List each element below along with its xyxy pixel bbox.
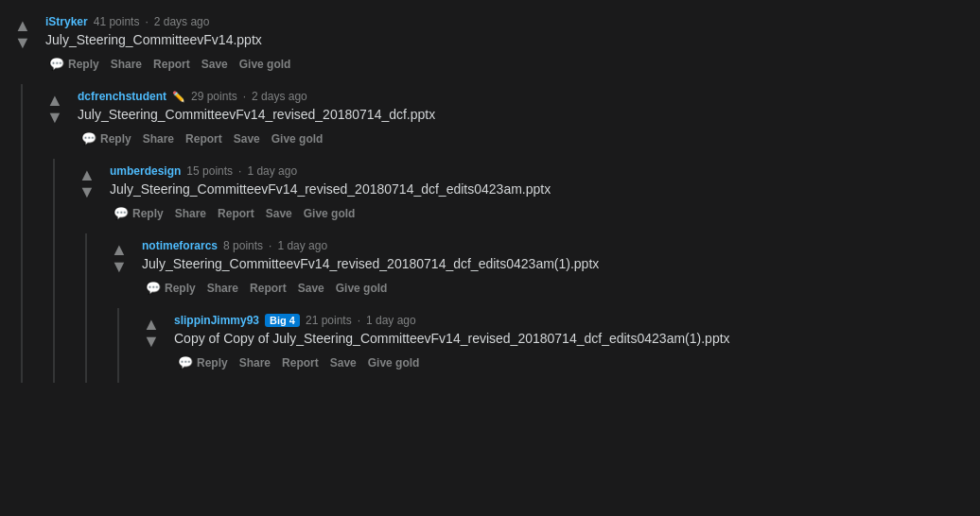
report-button[interactable]: Report <box>278 353 323 373</box>
downvote-button[interactable]: ▼ <box>14 34 31 51</box>
points: 41 points <box>94 15 140 28</box>
vote-column: ▲▼ <box>8 15 38 75</box>
comment-content: iStryker41 points·2 days agoJuly_Steerin… <box>38 15 980 75</box>
upvote-button[interactable]: ▲ <box>46 92 63 109</box>
share-button[interactable]: Share <box>171 203 210 224</box>
username[interactable]: umberdesign <box>110 164 181 178</box>
action-label: Reply <box>68 58 99 71</box>
action-label: Share <box>175 207 206 220</box>
action-label: Save <box>298 282 324 295</box>
action-label: Save <box>234 132 260 146</box>
comment-body: Copy of Copy of July_Steering_Committeev… <box>174 331 980 346</box>
separator: · <box>358 314 360 327</box>
comment-body: July_Steering_CommitteevFv14_revised_201… <box>110 181 980 197</box>
time-ago: 1 day ago <box>247 164 297 178</box>
time-ago: 2 days ago <box>252 90 307 103</box>
reply-button[interactable]: 💬Reply <box>142 277 200 299</box>
time-ago: 2 days ago <box>154 15 210 28</box>
comment: ▲▼slippinJimmy93Big 421 points·1 day ago… <box>136 308 980 379</box>
share-button[interactable]: Share <box>107 54 146 75</box>
indent-line <box>21 84 23 159</box>
reply-icon: 💬 <box>146 281 161 295</box>
indent-line <box>53 308 55 383</box>
comment-body: July_Steering_CommitteevFv14.pptx <box>45 32 980 47</box>
comment-body: July_Steering_CommitteevFv14_revised_201… <box>78 107 980 122</box>
comment-meta: iStryker41 points·2 days ago <box>45 15 980 28</box>
reply-button[interactable]: 💬Reply <box>110 202 167 224</box>
upvote-button[interactable]: ▲ <box>79 166 96 183</box>
action-label: Reply <box>100 132 131 146</box>
comment-actions: 💬ReplyShareReportSaveGive gold <box>78 128 980 149</box>
share-button[interactable]: Share <box>203 278 242 299</box>
comment-content: dcfrenchstudent✏️29 points·2 days agoJul… <box>70 90 980 149</box>
upvote-button[interactable]: ▲ <box>143 316 160 333</box>
comment-actions: 💬ReplyShareReportSaveGive gold <box>110 202 980 224</box>
give-gold-button[interactable]: Give gold <box>332 278 392 299</box>
pencil-icon: ✏️ <box>172 91 185 103</box>
points: 29 points <box>191 90 237 103</box>
give-gold-button[interactable]: Give gold <box>364 353 424 373</box>
vote-column: ▲▼ <box>40 90 70 149</box>
action-label: Share <box>143 132 174 146</box>
points: 15 points <box>186 164 233 178</box>
comment-meta: umberdesign15 points·1 day ago <box>110 164 980 178</box>
save-button[interactable]: Save <box>294 278 328 299</box>
indent-line <box>85 308 87 383</box>
reply-icon: 💬 <box>49 57 64 71</box>
comment-content: notimeforarcs8 points·1 day agoJuly_Stee… <box>134 239 980 299</box>
give-gold-button[interactable]: Give gold <box>268 129 327 149</box>
reply-button[interactable]: 💬Reply <box>174 352 232 373</box>
username[interactable]: dcfrenchstudent <box>78 90 166 103</box>
username[interactable]: slippinJimmy93 <box>174 314 259 327</box>
upvote-button[interactable]: ▲ <box>14 17 31 34</box>
give-gold-button[interactable]: Give gold <box>236 54 295 75</box>
indent-line <box>53 159 55 233</box>
action-label: Reply <box>197 356 228 370</box>
action-label: Report <box>153 58 190 71</box>
comment: ▲▼notimeforarcs8 points·1 day agoJuly_St… <box>104 233 980 304</box>
reply-button[interactable]: 💬Reply <box>78 128 135 149</box>
time-ago: 1 day ago <box>277 239 327 252</box>
username[interactable]: iStryker <box>45 15 88 28</box>
action-label: Share <box>207 282 238 295</box>
comment-meta: dcfrenchstudent✏️29 points·2 days ago <box>78 90 980 103</box>
comment-thread: ▲▼iStryker41 points·2 days agoJuly_Steer… <box>0 9 980 383</box>
upvote-button[interactable]: ▲ <box>111 241 128 258</box>
vote-column: ▲▼ <box>136 314 166 373</box>
indent-line <box>21 233 23 308</box>
vote-column: ▲▼ <box>72 164 102 224</box>
action-label: Share <box>111 58 142 71</box>
share-button[interactable]: Share <box>236 353 274 373</box>
share-button[interactable]: Share <box>139 129 178 149</box>
comment: ▲▼iStryker41 points·2 days agoJuly_Steer… <box>8 9 980 80</box>
action-label: Save <box>330 356 357 370</box>
indent-line <box>85 233 87 308</box>
save-button[interactable]: Save <box>230 129 264 149</box>
time-ago: 1 day ago <box>366 314 416 327</box>
save-button[interactable]: Save <box>262 203 296 224</box>
comment-actions: 💬ReplyShareReportSaveGive gold <box>174 352 980 373</box>
downvote-button[interactable]: ▼ <box>143 333 160 350</box>
give-gold-button[interactable]: Give gold <box>300 203 359 224</box>
reply-button[interactable]: 💬Reply <box>45 53 103 75</box>
report-button[interactable]: Report <box>214 203 258 224</box>
report-button[interactable]: Report <box>182 129 226 149</box>
comment-content: slippinJimmy93Big 421 points·1 day agoCo… <box>166 314 980 373</box>
username[interactable]: notimeforarcs <box>142 239 218 252</box>
downvote-button[interactable]: ▼ <box>46 109 63 126</box>
save-button[interactable]: Save <box>326 353 360 373</box>
report-button[interactable]: Report <box>149 54 194 75</box>
downvote-button[interactable]: ▼ <box>111 258 128 275</box>
action-label: Share <box>239 356 271 370</box>
points: 8 points <box>223 239 263 252</box>
reply-icon: 💬 <box>114 206 129 220</box>
action-label: Give gold <box>336 282 388 295</box>
indent-line <box>53 233 55 308</box>
reply-icon: 💬 <box>81 131 96 146</box>
comment: ▲▼dcfrenchstudent✏️29 points·2 days agoJ… <box>40 84 980 155</box>
downvote-button[interactable]: ▼ <box>79 183 96 200</box>
action-label: Report <box>218 207 254 220</box>
action-label: Report <box>185 132 222 146</box>
save-button[interactable]: Save <box>198 54 232 75</box>
report-button[interactable]: Report <box>246 278 290 299</box>
